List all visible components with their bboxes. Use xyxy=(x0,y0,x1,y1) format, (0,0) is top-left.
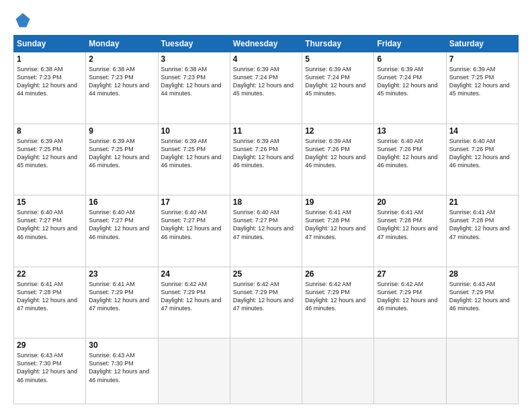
calendar-day-cell: 22 Sunrise: 6:41 AM Sunset: 7:28 PM Dayl… xyxy=(14,267,86,338)
day-of-week-header: Tuesday xyxy=(158,36,230,52)
sunrise-label: Sunrise: 6:38 AM xyxy=(161,66,208,73)
day-header-row: SundayMondayTuesdayWednesdayThursdayFrid… xyxy=(14,36,519,52)
day-number: 9 xyxy=(89,126,154,136)
sunrise-label: Sunrise: 6:39 AM xyxy=(17,138,63,144)
sunset-label: Sunset: 7:29 PM xyxy=(305,289,350,295)
day-info: Sunrise: 6:42 AM Sunset: 7:29 PM Dayligh… xyxy=(161,280,227,313)
sunset-label: Sunset: 7:26 PM xyxy=(305,146,350,152)
day-of-week-header: Monday xyxy=(86,36,158,52)
sunrise-label: Sunrise: 6:41 AM xyxy=(89,281,135,287)
sunrise-label: Sunrise: 6:41 AM xyxy=(377,209,423,216)
day-info: Sunrise: 6:38 AM Sunset: 7:23 PM Dayligh… xyxy=(17,65,83,98)
daylight-label: Daylight: 12 hours and 47 minutes. xyxy=(161,297,222,312)
daylight-label: Daylight: 12 hours and 46 minutes. xyxy=(17,368,77,383)
sunset-label: Sunset: 7:24 PM xyxy=(305,74,350,81)
day-info: Sunrise: 6:38 AM Sunset: 7:23 PM Dayligh… xyxy=(89,65,154,98)
daylight-label: Daylight: 12 hours and 46 minutes. xyxy=(89,225,149,240)
daylight-label: Daylight: 12 hours and 46 minutes. xyxy=(449,154,510,169)
logo-icon xyxy=(13,11,32,30)
sunset-label: Sunset: 7:25 PM xyxy=(17,146,62,152)
daylight-label: Daylight: 12 hours and 46 minutes. xyxy=(305,297,365,312)
day-info: Sunrise: 6:40 AM Sunset: 7:26 PM Dayligh… xyxy=(377,137,443,170)
calendar-day-cell: 11 Sunrise: 6:39 AM Sunset: 7:26 PM Dayl… xyxy=(230,124,302,195)
daylight-label: Daylight: 12 hours and 45 minutes. xyxy=(233,82,294,97)
day-info: Sunrise: 6:40 AM Sunset: 7:27 PM Dayligh… xyxy=(161,208,227,241)
calendar-day-cell: 24 Sunrise: 6:42 AM Sunset: 7:29 PM Dayl… xyxy=(158,267,230,338)
daylight-label: Daylight: 12 hours and 46 minutes. xyxy=(89,154,149,169)
day-number: 14 xyxy=(449,126,515,136)
sunset-label: Sunset: 7:28 PM xyxy=(305,217,350,224)
calendar-day-cell: 21 Sunrise: 6:41 AM Sunset: 7:28 PM Dayl… xyxy=(446,195,518,267)
sunrise-label: Sunrise: 6:40 AM xyxy=(233,209,279,216)
calendar-day-cell xyxy=(302,338,374,404)
day-number: 1 xyxy=(17,54,83,64)
sunrise-label: Sunrise: 6:40 AM xyxy=(449,138,496,144)
sunset-label: Sunset: 7:30 PM xyxy=(89,360,134,367)
daylight-label: Daylight: 12 hours and 44 minutes. xyxy=(89,82,149,97)
calendar-day-cell xyxy=(230,338,302,404)
sunrise-label: Sunrise: 6:41 AM xyxy=(449,209,496,216)
day-info: Sunrise: 6:39 AM Sunset: 7:24 PM Dayligh… xyxy=(377,65,443,98)
day-number: 2 xyxy=(89,54,154,64)
sunrise-label: Sunrise: 6:39 AM xyxy=(233,66,279,73)
day-info: Sunrise: 6:41 AM Sunset: 7:28 PM Dayligh… xyxy=(305,208,371,241)
sunrise-label: Sunrise: 6:38 AM xyxy=(89,66,135,73)
calendar-day-cell: 17 Sunrise: 6:40 AM Sunset: 7:27 PM Dayl… xyxy=(158,195,230,267)
calendar-day-cell: 18 Sunrise: 6:40 AM Sunset: 7:27 PM Dayl… xyxy=(230,195,302,267)
daylight-label: Daylight: 12 hours and 44 minutes. xyxy=(161,82,222,97)
sunset-label: Sunset: 7:27 PM xyxy=(17,217,62,224)
day-of-week-header: Saturday xyxy=(446,36,518,52)
calendar-week-row: 15 Sunrise: 6:40 AM Sunset: 7:27 PM Dayl… xyxy=(14,195,519,267)
calendar-day-cell: 5 Sunrise: 6:39 AM Sunset: 7:24 PM Dayli… xyxy=(302,52,374,124)
sunset-label: Sunset: 7:23 PM xyxy=(161,74,206,81)
logo xyxy=(13,11,35,30)
calendar-day-cell: 8 Sunrise: 6:39 AM Sunset: 7:25 PM Dayli… xyxy=(14,124,86,195)
calendar-day-cell: 23 Sunrise: 6:41 AM Sunset: 7:29 PM Dayl… xyxy=(86,267,158,338)
daylight-label: Daylight: 12 hours and 47 minutes. xyxy=(233,297,294,312)
day-number: 7 xyxy=(449,54,515,64)
sunrise-label: Sunrise: 6:41 AM xyxy=(17,281,63,287)
daylight-label: Daylight: 12 hours and 47 minutes. xyxy=(449,225,510,240)
day-info: Sunrise: 6:39 AM Sunset: 7:25 PM Dayligh… xyxy=(89,137,154,170)
day-number: 23 xyxy=(89,269,154,279)
day-number: 19 xyxy=(305,197,371,207)
sunset-label: Sunset: 7:27 PM xyxy=(161,217,206,224)
sunrise-label: Sunrise: 6:39 AM xyxy=(305,138,351,144)
sunrise-label: Sunrise: 6:42 AM xyxy=(161,281,208,287)
daylight-label: Daylight: 12 hours and 46 minutes. xyxy=(89,368,149,383)
sunset-label: Sunset: 7:23 PM xyxy=(89,74,134,81)
day-number: 21 xyxy=(449,197,515,207)
calendar-day-cell: 29 Sunrise: 6:43 AM Sunset: 7:30 PM Dayl… xyxy=(14,338,86,404)
calendar-day-cell: 30 Sunrise: 6:43 AM Sunset: 7:30 PM Dayl… xyxy=(86,338,158,404)
day-info: Sunrise: 6:41 AM Sunset: 7:29 PM Dayligh… xyxy=(89,280,154,313)
sunset-label: Sunset: 7:29 PM xyxy=(233,289,278,295)
day-info: Sunrise: 6:43 AM Sunset: 7:30 PM Dayligh… xyxy=(17,351,83,384)
day-number: 20 xyxy=(377,197,443,207)
calendar-day-cell xyxy=(374,338,446,404)
calendar-day-cell: 9 Sunrise: 6:39 AM Sunset: 7:25 PM Dayli… xyxy=(86,124,158,195)
header xyxy=(13,11,519,30)
day-number: 29 xyxy=(17,340,83,350)
sunrise-label: Sunrise: 6:40 AM xyxy=(89,209,135,216)
calendar-week-row: 22 Sunrise: 6:41 AM Sunset: 7:28 PM Dayl… xyxy=(14,267,519,338)
daylight-label: Daylight: 12 hours and 46 minutes. xyxy=(377,297,437,312)
calendar-day-cell: 19 Sunrise: 6:41 AM Sunset: 7:28 PM Dayl… xyxy=(302,195,374,267)
sunrise-label: Sunrise: 6:38 AM xyxy=(17,66,63,73)
day-of-week-header: Wednesday xyxy=(230,36,302,52)
day-info: Sunrise: 6:39 AM Sunset: 7:26 PM Dayligh… xyxy=(305,137,371,170)
calendar-day-cell: 4 Sunrise: 6:39 AM Sunset: 7:24 PM Dayli… xyxy=(230,52,302,124)
day-number: 30 xyxy=(89,340,154,350)
day-number: 17 xyxy=(161,197,227,207)
calendar-day-cell xyxy=(158,338,230,404)
daylight-label: Daylight: 12 hours and 46 minutes. xyxy=(161,154,222,169)
day-of-week-header: Thursday xyxy=(302,36,374,52)
day-info: Sunrise: 6:43 AM Sunset: 7:30 PM Dayligh… xyxy=(89,351,154,384)
daylight-label: Daylight: 12 hours and 45 minutes. xyxy=(305,82,365,97)
calendar-day-cell: 7 Sunrise: 6:39 AM Sunset: 7:25 PM Dayli… xyxy=(446,52,518,124)
day-number: 22 xyxy=(17,269,83,279)
day-number: 10 xyxy=(161,126,227,136)
sunrise-label: Sunrise: 6:43 AM xyxy=(89,352,135,359)
calendar-day-cell: 16 Sunrise: 6:40 AM Sunset: 7:27 PM Dayl… xyxy=(86,195,158,267)
day-number: 18 xyxy=(233,197,299,207)
calendar-day-cell xyxy=(446,338,518,404)
